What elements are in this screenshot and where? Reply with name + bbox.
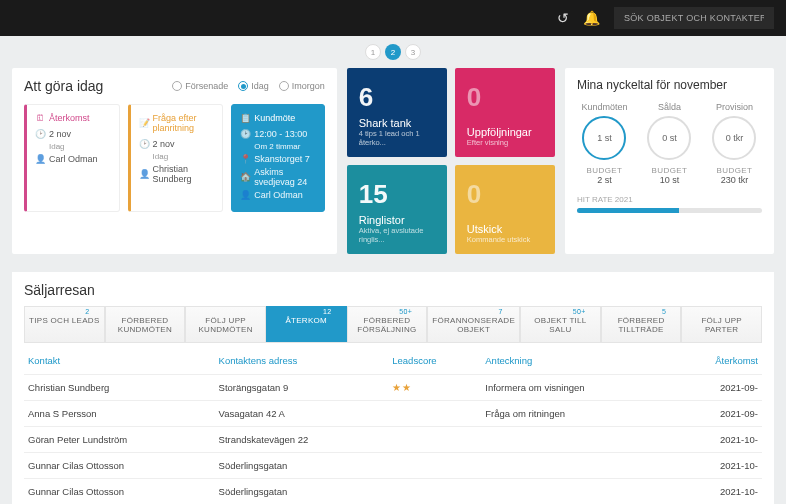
table-row[interactable]: Gunnar Cilas OttossonSöderlingsgatan2021…	[24, 453, 762, 479]
filter-imorgon[interactable]: Imorgon	[279, 81, 325, 91]
page-3[interactable]: 3	[405, 44, 421, 60]
col-adress[interactable]: Kontaktens adress	[215, 347, 389, 375]
table-row[interactable]: Göran Peter LundströmStrandskatevägen 22…	[24, 427, 762, 453]
journey-tabs: TIPS OCH LEADS2 FÖRBERED KUNDMÖTEN FÖLJ …	[24, 306, 762, 343]
table-row[interactable]: Gunnar Cilas OttossonSöderlingsgatan2021…	[24, 479, 762, 505]
tile-ringlistor[interactable]: 15 RinglistorAktiva, ej avslutade ringli…	[347, 165, 447, 254]
pin-icon: 📍	[240, 154, 250, 164]
todo-card-aterkomst[interactable]: 🗓Återkomst 🕑2 nov Idag 👤Carl Odman	[24, 104, 120, 212]
meeting-icon: 📋	[240, 113, 250, 123]
tab-tips-leads[interactable]: TIPS OCH LEADS2	[24, 306, 105, 342]
tab-forannonserade[interactable]: FÖRANNONSERADE OBJEKT7	[427, 306, 520, 342]
hit-rate-bar	[577, 208, 762, 213]
todo-panel: Att göra idag Försenade Idag Imorgon 🗓Åt…	[12, 68, 337, 254]
tab-forbered-forsaljning[interactable]: FÖRBERED FÖRSÄLJNING50+	[347, 306, 428, 342]
tab-forbered-tilltrade[interactable]: FÖRBERED TILLTRÄDE5	[601, 306, 682, 342]
kpi-panel: Mina nyckeltal för november Kundmöten 1 …	[565, 68, 774, 254]
search-input[interactable]	[614, 7, 774, 29]
topbar: ↺ 🔔	[0, 0, 786, 36]
pager: 1 2 3	[0, 36, 786, 68]
calendar-icon: 🗓	[35, 113, 45, 123]
tile-uppfoljningar[interactable]: 0 UppföljningarEfter visning	[455, 68, 555, 157]
kpi-provision: Provision 0 tkr BUDGET 230 tkr	[707, 102, 762, 185]
tile-utskick[interactable]: 0 UtskickKommande utskick	[455, 165, 555, 254]
note-icon: 📝	[139, 118, 149, 128]
stat-tiles: 6 Shark tank4 tips 1 lead och 1 återko..…	[347, 68, 555, 254]
kpi-title: Mina nyckeltal för november	[577, 78, 762, 92]
tab-objekt-till-salu[interactable]: OBJEKT TILL SALU50+	[520, 306, 601, 342]
home-icon: 🏠	[240, 172, 250, 182]
user-icon: 👤	[139, 169, 149, 179]
page-2[interactable]: 2	[385, 44, 401, 60]
journey-table: Kontakt Kontaktens adress Leadscore Ante…	[24, 347, 762, 504]
todo-filters: Försenade Idag Imorgon	[172, 81, 325, 91]
tab-folj-upp-kundmoten[interactable]: FÖLJ UPP KUNDMÖTEN	[185, 306, 266, 342]
clock-icon: 🕑	[240, 129, 250, 139]
tab-forbered-kundmoten[interactable]: FÖRBERED KUNDMÖTEN	[105, 306, 186, 342]
user-icon: 👤	[240, 190, 250, 200]
history-icon[interactable]: ↺	[557, 10, 569, 26]
page-1[interactable]: 1	[365, 44, 381, 60]
journey-panel: Säljarresan TIPS OCH LEADS2 FÖRBERED KUN…	[12, 272, 774, 504]
tab-folj-upp-parter[interactable]: FÖLJ UPP PARTER	[681, 306, 762, 342]
kpi-salda: Sålda 0 st BUDGET 10 st	[642, 102, 697, 185]
filter-idag[interactable]: Idag	[238, 81, 269, 91]
todo-card-fraga[interactable]: 📝Fråga efter planritning 🕑2 nov Idag 👤Ch…	[128, 104, 224, 212]
journey-title: Säljarresan	[24, 282, 762, 298]
todo-title: Att göra idag	[24, 78, 103, 94]
user-icon: 👤	[35, 154, 45, 164]
col-kontakt[interactable]: Kontakt	[24, 347, 215, 375]
hit-rate-label: HIT RATE 2021	[577, 195, 762, 204]
col-aterkomst[interactable]: Återkomst	[672, 347, 762, 375]
table-row[interactable]: Christian SundbergStorängsgatan 9★★Infor…	[24, 375, 762, 401]
clock-icon: 🕑	[139, 139, 149, 149]
todo-card-kundmote[interactable]: 📋Kundmöte 🕑12:00 - 13:00 Om 2 timmar 📍Sk…	[231, 104, 325, 212]
tab-aterkom[interactable]: ÅTERKOM12	[266, 306, 347, 342]
col-anteckning[interactable]: Anteckning	[481, 347, 672, 375]
filter-forsenade[interactable]: Försenade	[172, 81, 228, 91]
col-leadscore[interactable]: Leadscore	[388, 347, 481, 375]
clock-icon: 🕑	[35, 129, 45, 139]
table-row[interactable]: Anna S PerssonVasagatan 42 AFråga om rit…	[24, 401, 762, 427]
kpi-kundmoten: Kundmöten 1 st BUDGET 2 st	[577, 102, 632, 185]
bell-icon[interactable]: 🔔	[583, 10, 600, 26]
tile-shark-tank[interactable]: 6 Shark tank4 tips 1 lead och 1 återko..…	[347, 68, 447, 157]
